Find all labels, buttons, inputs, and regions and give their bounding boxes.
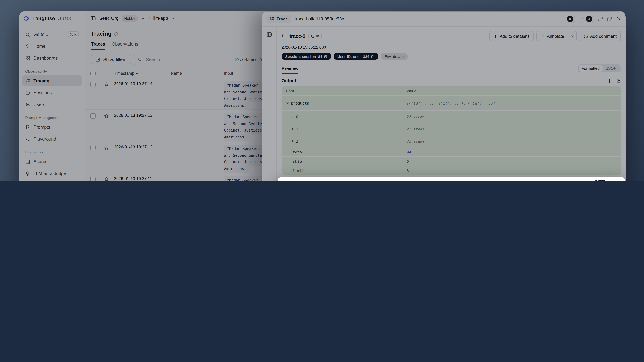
corrected-output-header: Corrected Output (Beta) Saved JSON bbox=[278, 177, 625, 181]
json-toggle[interactable] bbox=[594, 180, 606, 181]
check-icon bbox=[570, 181, 574, 181]
corrected-output-title: Corrected Output (Beta) bbox=[282, 180, 334, 181]
saved-status: Saved bbox=[558, 181, 574, 181]
corrected-output-card: Corrected Output (Beta) Saved JSON 1⌄{2⌄… bbox=[278, 177, 625, 181]
trash-icon[interactable] bbox=[586, 180, 590, 181]
json-toggle-label: JSON bbox=[610, 181, 620, 181]
save-icon[interactable] bbox=[578, 180, 582, 181]
desktop: Langfuse v3.146.0 Go to... ⌘ K HomeDashb… bbox=[0, 0, 644, 181]
modal-dim-overlay bbox=[19, 11, 626, 181]
trash-icon bbox=[586, 180, 590, 181]
langfuse-window: Langfuse v3.146.0 Go to... ⌘ K HomeDashb… bbox=[19, 11, 626, 181]
check-icon bbox=[570, 181, 574, 181]
save-icon bbox=[578, 180, 582, 181]
